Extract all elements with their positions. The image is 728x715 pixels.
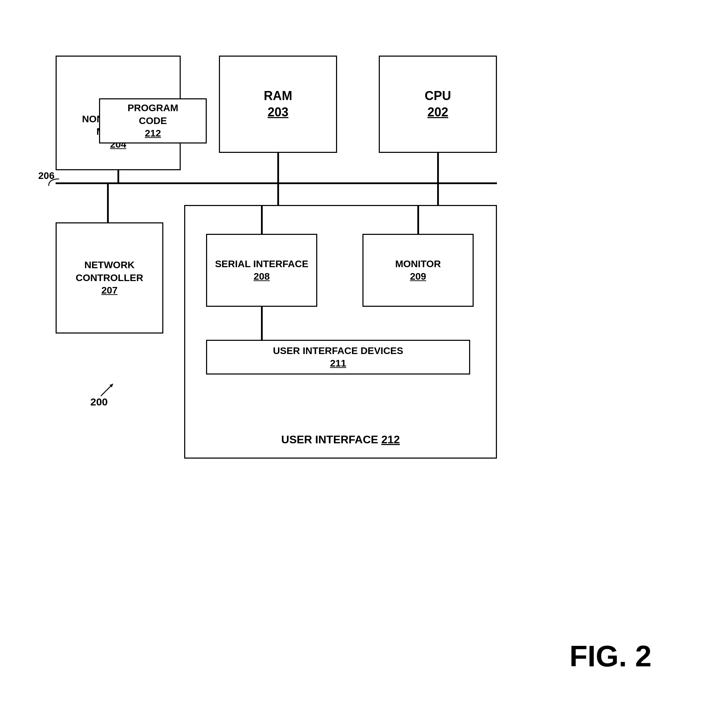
- nvm-to-bus: [118, 170, 119, 183]
- ui-label: USER INTERFACE: [281, 433, 381, 446]
- fig-label: FIG. 2: [569, 640, 651, 673]
- cpu-box: CPU 202: [379, 56, 497, 153]
- si-label: SERIAL INTERFACE: [215, 258, 308, 270]
- figure-caption: FIG. 2: [569, 639, 651, 673]
- uid-box: USER INTERFACE DEVICES 211: [206, 340, 470, 374]
- ui-number: 212: [381, 433, 400, 446]
- bus-to-nc: [107, 183, 109, 223]
- program-code-number: 212: [145, 127, 161, 140]
- ram-label: RAM: [264, 88, 292, 104]
- program-code-box: PROGRAM CODE 212: [99, 98, 207, 143]
- ram-number: 203: [267, 104, 288, 121]
- ram-to-bus: [277, 153, 279, 183]
- cpu-to-bus: [437, 153, 439, 183]
- uid-number: 211: [330, 357, 346, 370]
- si-number: 208: [254, 270, 270, 283]
- uid-label: USER INTERFACE DEVICES: [273, 345, 403, 357]
- diagram-area: PROGRAM CODE 212 NON-VOLATILE MEMORY 204…: [28, 28, 698, 566]
- si-to-uid: [261, 307, 263, 340]
- ram-box: RAM 203: [219, 56, 337, 153]
- bus-to-container: [277, 183, 279, 206]
- cpu-number: 202: [427, 104, 448, 121]
- cpu-label: CPU: [424, 88, 451, 104]
- container-top-to-monitor: [417, 206, 419, 234]
- bus-horizontal: [56, 183, 497, 184]
- nc-number: 207: [101, 284, 118, 297]
- bus-ref-arrow: [47, 177, 61, 188]
- program-code-label: PROGRAM CODE: [127, 102, 178, 127]
- network-controller-box: NETWORK CONTROLLER 207: [56, 222, 163, 333]
- bus-to-container-right: [437, 183, 439, 206]
- monitor-box: MONITOR 209: [362, 234, 474, 307]
- container-200-box: SERIAL INTERFACE 208 MONITOR 209 USER IN…: [184, 205, 497, 459]
- monitor-number: 209: [410, 270, 426, 283]
- container-ref-arrow: [97, 379, 118, 400]
- nvm-box: PROGRAM CODE 212 NON-VOLATILE MEMORY 204: [56, 56, 181, 170]
- nc-label: NETWORK CONTROLLER: [76, 259, 143, 284]
- ui-bottom-label: USER INTERFACE 212: [185, 433, 496, 447]
- serial-interface-box: SERIAL INTERFACE 208: [206, 234, 317, 307]
- container-top-to-si: [261, 206, 263, 234]
- monitor-label: MONITOR: [395, 258, 441, 270]
